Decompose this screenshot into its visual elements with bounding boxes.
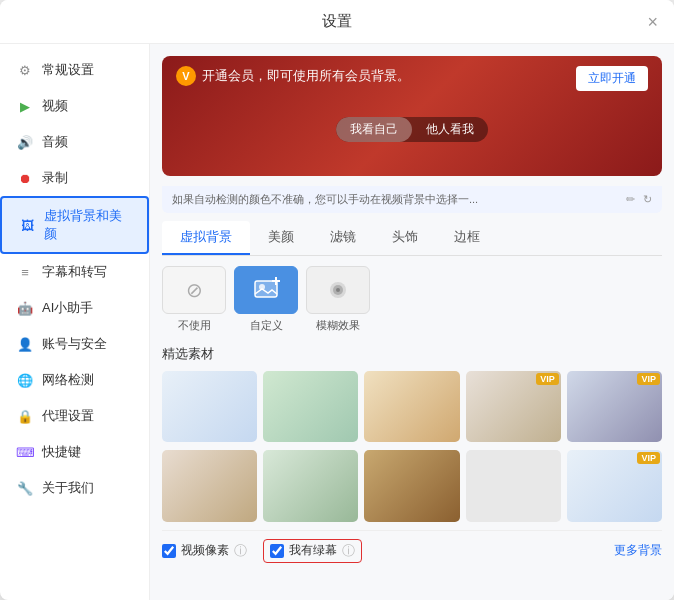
sidebar-item-subtitle[interactable]: ≡字幕和转写 xyxy=(0,254,149,290)
bg-thumb-4[interactable]: VIP xyxy=(466,371,561,442)
bg-options: ⊘ 不使用 自定义 xyxy=(162,266,662,333)
vip-banner-text: 开通会员，即可使用所有会员背景。 xyxy=(202,67,410,85)
sidebar-icon-ai: 🤖 xyxy=(16,299,34,317)
main-panel: V 开通会员，即可使用所有会员背景。 立即开通 我看自己 他人看我 如果自动检测… xyxy=(150,44,674,600)
vip-icon: V xyxy=(176,66,196,86)
refresh-icon[interactable]: ↻ xyxy=(643,193,652,206)
vip-badge-5: VIP xyxy=(637,373,660,385)
sidebar-icon-account: 👤 xyxy=(16,335,34,353)
sidebar-label-proxy: 代理设置 xyxy=(42,407,94,425)
bg-thumb-2[interactable] xyxy=(263,371,358,442)
bg-thumb-10[interactable]: VIP xyxy=(567,450,662,521)
sidebar-icon-shortcut: ⌨ xyxy=(16,443,34,461)
bg-custom-icon xyxy=(234,266,298,314)
sidebar-item-general[interactable]: ⚙常规设置 xyxy=(0,52,149,88)
more-bg-link[interactable]: 更多背景 xyxy=(614,542,662,559)
bg-blur-label: 模糊效果 xyxy=(316,318,360,333)
sidebar-label-account: 账号与安全 xyxy=(42,335,107,353)
svg-rect-0 xyxy=(255,281,277,297)
video-pixel-checkbox[interactable]: 视频像素 ⓘ xyxy=(162,542,247,560)
sidebar-item-network[interactable]: 🌐网络检测 xyxy=(0,362,149,398)
video-pixel-label: 视频像素 xyxy=(181,542,229,559)
greenscreen-input[interactable] xyxy=(270,544,284,558)
bg-thumb-9[interactable] xyxy=(466,450,561,521)
tabs-bar: 虚拟背景 美颜 滤镜 头饰 边框 xyxy=(162,221,662,256)
vip-open-button[interactable]: 立即开通 xyxy=(576,66,648,91)
warning-text: 如果自动检测的颜色不准确，您可以手动在视频背景中选择一... xyxy=(172,192,626,207)
close-button[interactable]: × xyxy=(647,13,658,31)
tab-virtual-bg[interactable]: 虚拟背景 xyxy=(162,221,250,255)
sidebar-label-general: 常规设置 xyxy=(42,61,94,79)
sidebar-item-ai[interactable]: 🤖AI小助手 xyxy=(0,290,149,326)
sidebar-icon-network: 🌐 xyxy=(16,371,34,389)
sidebar-label-subtitle: 字幕和转写 xyxy=(42,263,107,281)
sidebar-item-about[interactable]: 🔧关于我们 xyxy=(0,470,149,506)
title-bar: 设置 × xyxy=(0,0,674,44)
bg-option-custom[interactable]: 自定义 xyxy=(234,266,298,333)
sidebar-icon-general: ⚙ xyxy=(16,61,34,79)
greenscreen-label: 我有绿幕 xyxy=(289,542,337,559)
sidebar-item-record[interactable]: ⏺录制 xyxy=(0,160,149,196)
sidebar-label-ai: AI小助手 xyxy=(42,299,93,317)
bg-thumb-6[interactable] xyxy=(162,450,257,521)
sidebar-icon-subtitle: ≡ xyxy=(16,263,34,281)
greenscreen-checkbox[interactable]: 我有绿幕 ⓘ xyxy=(263,539,362,563)
sidebar-icon-proxy: 🔒 xyxy=(16,407,34,425)
sidebar-icon-about: 🔧 xyxy=(16,479,34,497)
settings-dialog: 设置 × ⚙常规设置▶视频🔊音频⏺录制🖼虚拟背景和美颜≡字幕和转写🤖AI小助手👤… xyxy=(0,0,674,600)
sidebar-item-shortcut[interactable]: ⌨快捷键 xyxy=(0,434,149,470)
vip-banner: V 开通会员，即可使用所有会员背景。 立即开通 我看自己 他人看我 xyxy=(162,56,662,176)
sidebar-item-virtual-bg[interactable]: 🖼虚拟背景和美颜 xyxy=(0,196,149,254)
video-pixel-input[interactable] xyxy=(162,544,176,558)
bg-thumb-1[interactable] xyxy=(162,371,257,442)
bg-option-none[interactable]: ⊘ 不使用 xyxy=(162,266,226,333)
greenscreen-info-icon[interactable]: ⓘ xyxy=(342,542,355,560)
sidebar-item-audio[interactable]: 🔊音频 xyxy=(0,124,149,160)
sidebar-label-network: 网络检测 xyxy=(42,371,94,389)
bg-thumb-3[interactable] xyxy=(364,371,459,442)
bg-grid-row1: VIP VIP xyxy=(162,371,662,442)
content-area: ⚙常规设置▶视频🔊音频⏺录制🖼虚拟背景和美颜≡字幕和转写🤖AI小助手👤账号与安全… xyxy=(0,44,674,600)
tab-frame[interactable]: 边框 xyxy=(436,221,498,255)
dialog-title: 设置 xyxy=(322,12,352,31)
featured-title: 精选素材 xyxy=(162,345,662,363)
bg-option-blur[interactable]: 模糊效果 xyxy=(306,266,370,333)
bg-grid-row2: VIP xyxy=(162,450,662,521)
tab-headwear[interactable]: 头饰 xyxy=(374,221,436,255)
sidebar-icon-record: ⏺ xyxy=(16,169,34,187)
bg-thumb-8[interactable] xyxy=(364,450,459,521)
sidebar-label-about: 关于我们 xyxy=(42,479,94,497)
sidebar-item-video[interactable]: ▶视频 xyxy=(0,88,149,124)
sidebar-icon-virtual-bg: 🖼 xyxy=(18,216,36,234)
sidebar: ⚙常规设置▶视频🔊音频⏺录制🖼虚拟背景和美颜≡字幕和转写🤖AI小助手👤账号与安全… xyxy=(0,44,150,600)
svg-point-6 xyxy=(336,288,340,292)
video-pixel-info-icon[interactable]: ⓘ xyxy=(234,542,247,560)
bg-thumb-7[interactable] xyxy=(263,450,358,521)
sidebar-item-proxy[interactable]: 🔒代理设置 xyxy=(0,398,149,434)
sidebar-icon-audio: 🔊 xyxy=(16,133,34,151)
sidebar-label-video: 视频 xyxy=(42,97,68,115)
tab-filter[interactable]: 滤镜 xyxy=(312,221,374,255)
warning-bar: 如果自动检测的颜色不准确，您可以手动在视频背景中选择一... ✏ ↻ xyxy=(162,186,662,213)
warning-bar-icons: ✏ ↻ xyxy=(626,193,652,206)
bg-custom-label: 自定义 xyxy=(250,318,283,333)
bg-blur-icon xyxy=(306,266,370,314)
bg-none-label: 不使用 xyxy=(178,318,211,333)
sidebar-label-audio: 音频 xyxy=(42,133,68,151)
view-others-button[interactable]: 他人看我 xyxy=(412,117,488,142)
bg-none-icon: ⊘ xyxy=(162,266,226,314)
vip-badge-10: VIP xyxy=(637,452,660,464)
sidebar-icon-video: ▶ xyxy=(16,97,34,115)
sidebar-label-virtual-bg: 虚拟背景和美颜 xyxy=(44,207,131,243)
sidebar-label-record: 录制 xyxy=(42,169,68,187)
bottom-bar: 视频像素 ⓘ 我有绿幕 ⓘ 更多背景 xyxy=(162,530,662,563)
checkbox-group: 视频像素 ⓘ 我有绿幕 ⓘ xyxy=(162,539,362,563)
sidebar-item-account[interactable]: 👤账号与安全 xyxy=(0,326,149,362)
vip-banner-top: V 开通会员，即可使用所有会员背景。 xyxy=(176,66,410,86)
view-selector: 我看自己 他人看我 xyxy=(336,117,488,142)
view-self-button[interactable]: 我看自己 xyxy=(336,117,412,142)
sidebar-label-shortcut: 快捷键 xyxy=(42,443,81,461)
edit-icon[interactable]: ✏ xyxy=(626,193,635,206)
tab-beauty[interactable]: 美颜 xyxy=(250,221,312,255)
bg-thumb-5[interactable]: VIP xyxy=(567,371,662,442)
